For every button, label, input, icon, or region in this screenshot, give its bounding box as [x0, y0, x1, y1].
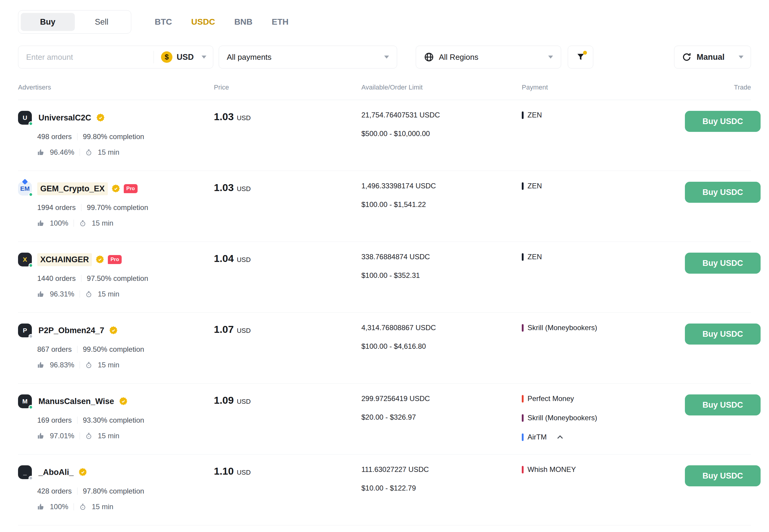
tab-usdc[interactable]: USDC — [191, 17, 215, 27]
payments-select[interactable]: All payments — [219, 46, 397, 68]
filter-active-badge — [583, 51, 587, 55]
payment-method-label: AirTM — [527, 433, 547, 441]
online-status-dot — [29, 121, 33, 126]
advertiser-avatar[interactable]: X — [18, 253, 32, 266]
divider — [153, 51, 154, 63]
advertiser-avatar[interactable]: P — [18, 324, 32, 337]
buy-usdc-button[interactable]: Buy USDC — [685, 465, 761, 486]
filter-bar: $ USD All payments All Regions — [18, 46, 751, 68]
trade-cell: Buy USDC — [685, 324, 761, 383]
asset-tabs: BTC USDC BNB ETH — [155, 17, 289, 27]
buy-usdc-button[interactable]: Buy USDC — [685, 182, 761, 203]
online-status-dot — [29, 334, 33, 339]
advertiser-stats: 498 orders 99.80% completion — [37, 132, 214, 141]
buy-usdc-button[interactable]: Buy USDC — [685, 253, 761, 274]
payment-color-bar — [522, 182, 524, 190]
tab-bnb[interactable]: BNB — [234, 17, 253, 27]
available-amount: 299.97256419 USDC — [361, 394, 522, 403]
header-price: Price — [214, 84, 361, 91]
thumbs-up-icon — [37, 220, 44, 227]
refresh-mode-label: Manual — [697, 53, 725, 62]
advertiser-name[interactable]: P2P_Obmen24_7 — [37, 324, 105, 337]
online-status-dot — [29, 192, 33, 197]
payment-method: ZEN — [522, 182, 685, 190]
pro-badge: Pro — [124, 184, 138, 193]
completion-rate: 99.50% completion — [83, 345, 144, 354]
chevron-down-icon[interactable] — [202, 56, 206, 59]
stopwatch-icon — [85, 149, 92, 156]
offer-row: P P2P_Obmen24_7 867 orders 99.50% comple… — [18, 313, 751, 384]
offer-row: M ManusCalsen_Wise 169 orders 93.30% com… — [18, 384, 751, 454]
thumbs-up-icon — [37, 149, 44, 156]
payment-method-label: Skrill (Moneybookers) — [527, 414, 597, 422]
avatar-letter: _ — [23, 469, 27, 476]
order-limit: $100.00 - $352.31 — [361, 271, 522, 280]
buy-sell-toggle: Buy Sell — [18, 10, 131, 34]
price-value: 1.03 — [214, 111, 234, 122]
payment-color-bar — [522, 466, 524, 473]
tab-buy[interactable]: Buy — [21, 13, 75, 31]
tab-sell[interactable]: Sell — [75, 13, 129, 31]
avatar-letter: EM — [20, 185, 30, 192]
advertiser-name[interactable]: XCHAINGER — [37, 253, 92, 266]
price-cell: 1.07USD — [214, 324, 361, 383]
advertiser-stats: 428 orders 97.80% completion — [37, 487, 214, 495]
buy-usdc-button[interactable]: Buy USDC — [685, 111, 761, 132]
buy-usdc-button[interactable]: Buy USDC — [685, 394, 761, 415]
completion-rate: 97.50% completion — [87, 274, 148, 283]
stopwatch-icon — [79, 220, 86, 227]
advertiser-name[interactable]: ManusCalsen_Wise — [37, 395, 115, 408]
order-limit: $10.00 - $122.79 — [361, 484, 522, 492]
advertiser-metrics: 96.83% 15 min — [37, 361, 214, 369]
usd-coin-icon: $ — [161, 51, 172, 63]
stopwatch-icon — [85, 433, 92, 439]
advertiser-avatar[interactable]: _ — [18, 465, 32, 479]
verified-badge-icon — [96, 255, 104, 264]
stopwatch-icon — [79, 503, 86, 510]
thumbs-up-icon — [37, 361, 44, 369]
available-amount: 111.63027227 USDC — [361, 465, 522, 474]
divider — [80, 149, 80, 156]
orders-count: 169 orders — [37, 416, 72, 424]
payment-color-bar — [522, 253, 524, 261]
price-value: 1.09 — [214, 394, 234, 406]
price-cell: 1.03USD — [214, 182, 361, 242]
advertiser-stats: 1994 orders 99.70% completion — [37, 203, 214, 212]
trade-cell: Buy USDC — [685, 182, 761, 242]
stopwatch-icon — [85, 362, 92, 369]
tab-btc[interactable]: BTC — [155, 17, 172, 27]
regions-select[interactable]: All Regions — [416, 46, 561, 68]
online-status-dot — [29, 405, 33, 409]
divider — [74, 220, 74, 227]
payment-method-label: ZEN — [527, 253, 542, 261]
collapse-payments-icon[interactable] — [557, 435, 563, 441]
advertiser-avatar[interactable]: U — [18, 111, 32, 125]
advertiser-avatar[interactable]: EM — [18, 182, 32, 196]
thumbs-up-icon — [37, 432, 44, 439]
advertiser-avatar[interactable]: M — [18, 394, 32, 408]
advertiser-name[interactable]: UniversalC2C — [37, 111, 93, 124]
advertiser-name[interactable]: GEM_Crypto_EX — [37, 182, 108, 195]
order-limit: $20.00 - $326.97 — [361, 413, 522, 421]
positive-rate: 97.01% — [50, 432, 74, 440]
tab-eth[interactable]: ETH — [272, 17, 289, 27]
available-amount: 338.76884874 USDC — [361, 253, 522, 261]
amount-input[interactable] — [26, 53, 151, 62]
available-cell: 111.63027227 USDC $10.00 - $122.79 — [361, 465, 522, 525]
advanced-filter-button[interactable] — [568, 46, 593, 68]
advertiser-cell: M ManusCalsen_Wise 169 orders 93.30% com… — [18, 394, 214, 454]
refresh-mode-select[interactable]: Manual — [674, 46, 751, 68]
divider — [80, 432, 80, 439]
stopwatch-icon — [85, 291, 92, 298]
available-cell: 338.76884874 USDC $100.00 - $352.31 — [361, 253, 522, 312]
advertiser-name[interactable]: _AboAli_ — [37, 466, 75, 479]
divider — [77, 346, 78, 353]
divider — [77, 488, 78, 495]
advertiser-metrics: 100% 15 min — [37, 219, 214, 227]
advertiser-stats: 1440 orders 97.50% completion — [37, 274, 214, 283]
release-time: 15 min — [98, 361, 119, 369]
advertiser-cell: P P2P_Obmen24_7 867 orders 99.50% comple… — [18, 324, 214, 383]
buy-usdc-button[interactable]: Buy USDC — [685, 324, 761, 345]
payment-method-label: Whish MONEY — [527, 465, 576, 474]
available-cell: 299.97256419 USDC $20.00 - $326.97 — [361, 394, 522, 454]
